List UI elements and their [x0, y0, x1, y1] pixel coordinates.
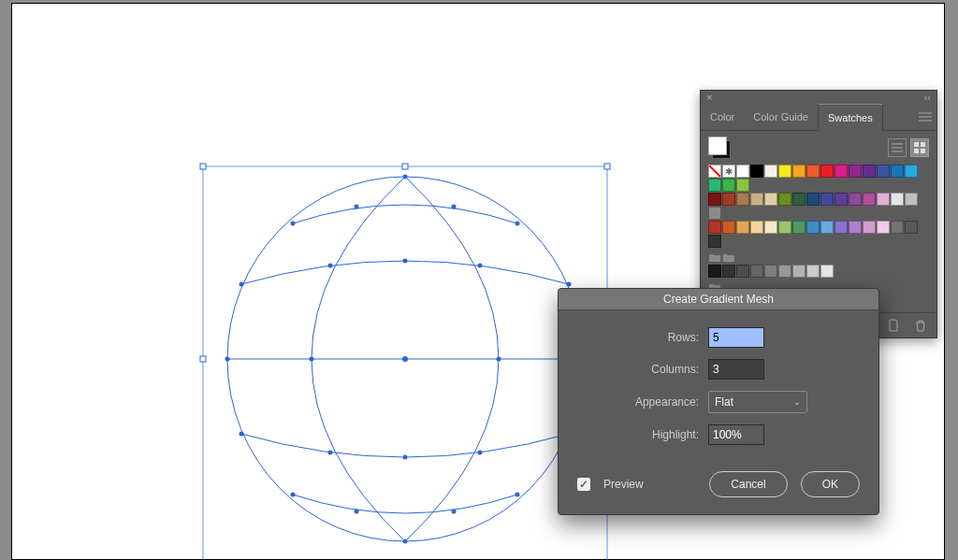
swatch[interactable]	[806, 221, 820, 234]
collapse-icon[interactable]: ‹‹	[924, 92, 931, 103]
color-group-folder[interactable]	[708, 251, 721, 264]
swatch[interactable]	[806, 265, 820, 278]
svg-rect-44	[914, 149, 919, 153]
new-page-icon[interactable]	[885, 317, 902, 334]
list-view-icon[interactable]	[888, 138, 907, 157]
swatch[interactable]	[849, 221, 862, 234]
svg-rect-5	[604, 164, 610, 169]
swatch[interactable]	[905, 193, 918, 206]
swatch[interactable]	[708, 179, 721, 192]
swatch[interactable]	[736, 179, 749, 192]
swatch[interactable]	[778, 193, 791, 206]
svg-point-12	[403, 175, 408, 179]
swatch[interactable]	[877, 193, 890, 206]
svg-point-24	[240, 432, 244, 437]
swatch[interactable]	[736, 221, 749, 234]
close-icon[interactable]: ×	[706, 92, 712, 103]
swatch[interactable]	[792, 193, 806, 206]
swatch-registration[interactable]	[722, 165, 735, 178]
swatch[interactable]	[891, 165, 904, 178]
svg-point-16	[310, 357, 314, 362]
panel-menu-icon[interactable]	[914, 104, 936, 130]
swatch-none[interactable]	[708, 165, 721, 178]
swatch[interactable]	[708, 235, 721, 248]
swatch[interactable]	[905, 221, 918, 234]
tab-swatches[interactable]: Swatches	[818, 104, 883, 131]
svg-rect-45	[921, 149, 925, 153]
swatch[interactable]	[792, 165, 806, 178]
appearance-select[interactable]: Flat ⌄	[708, 391, 807, 413]
tab-color[interactable]: Color	[701, 104, 744, 130]
swatch[interactable]	[708, 207, 721, 220]
swatch[interactable]	[849, 165, 862, 178]
swatch[interactable]	[750, 221, 763, 234]
svg-point-31	[403, 455, 408, 460]
swatch[interactable]	[863, 165, 876, 178]
swatch[interactable]	[736, 165, 749, 178]
swatch[interactable]	[750, 165, 763, 178]
swatch[interactable]	[722, 179, 735, 192]
svg-rect-43	[921, 142, 925, 147]
swatch[interactable]	[820, 265, 834, 278]
swatch[interactable]	[722, 193, 735, 206]
swatch[interactable]	[708, 265, 721, 278]
swatch[interactable]	[820, 221, 834, 234]
swatch[interactable]	[764, 265, 777, 278]
swatch[interactable]	[806, 193, 820, 206]
svg-point-33	[452, 205, 457, 209]
swatch[interactable]	[806, 165, 820, 178]
swatch[interactable]	[863, 193, 876, 206]
swatch[interactable]	[722, 221, 735, 234]
swatch[interactable]	[877, 165, 890, 178]
swatch[interactable]	[820, 193, 834, 206]
swatch[interactable]	[891, 221, 904, 234]
preview-label: Preview	[603, 478, 644, 491]
swatch[interactable]	[792, 221, 806, 234]
svg-point-28	[291, 493, 296, 497]
swatch[interactable]	[835, 193, 848, 206]
svg-rect-0	[203, 166, 607, 560]
cancel-button[interactable]: Cancel	[709, 471, 787, 497]
swatch[interactable]	[778, 165, 791, 178]
svg-point-18	[328, 264, 333, 268]
swatch[interactable]	[835, 221, 848, 234]
swatch[interactable]	[863, 221, 876, 234]
swatch[interactable]	[778, 221, 791, 234]
swatch[interactable]	[708, 221, 721, 234]
rows-label: Rows:	[577, 331, 708, 344]
svg-point-34	[355, 510, 359, 514]
gradient-mesh-preview	[199, 163, 611, 560]
svg-point-17	[497, 357, 501, 362]
swatch[interactable]	[849, 193, 862, 206]
swatch[interactable]	[891, 193, 904, 206]
preview-checkbox[interactable]: ✓	[577, 478, 590, 491]
swatch[interactable]	[905, 165, 918, 178]
grid-view-icon[interactable]	[910, 138, 929, 157]
tab-color-guide[interactable]: Color Guide	[744, 104, 818, 130]
swatch[interactable]	[708, 193, 721, 206]
fill-stroke-indicator[interactable]	[708, 136, 731, 159]
ok-button[interactable]: OK	[801, 471, 860, 497]
swatch[interactable]	[764, 193, 777, 206]
swatch[interactable]	[835, 165, 848, 178]
swatch[interactable]	[778, 265, 791, 278]
swatch[interactable]	[877, 221, 890, 234]
svg-point-35	[452, 510, 457, 514]
highlight-input[interactable]	[708, 424, 764, 445]
svg-point-11	[402, 356, 408, 362]
swatch[interactable]	[736, 193, 749, 206]
swatch[interactable]	[764, 165, 777, 178]
svg-point-23	[567, 282, 572, 287]
color-group-folder[interactable]	[722, 251, 735, 264]
rows-input[interactable]	[708, 327, 764, 348]
create-gradient-mesh-dialog[interactable]: Create Gradient Mesh Rows: Columns: Appe…	[558, 288, 879, 515]
swatch[interactable]	[750, 265, 763, 278]
swatch[interactable]	[750, 193, 763, 206]
swatch[interactable]	[736, 265, 749, 278]
trash-icon[interactable]	[913, 317, 930, 334]
swatch[interactable]	[722, 265, 735, 278]
swatch[interactable]	[764, 221, 777, 234]
swatch[interactable]	[820, 165, 834, 178]
columns-input[interactable]	[708, 359, 764, 380]
swatch[interactable]	[792, 265, 806, 278]
